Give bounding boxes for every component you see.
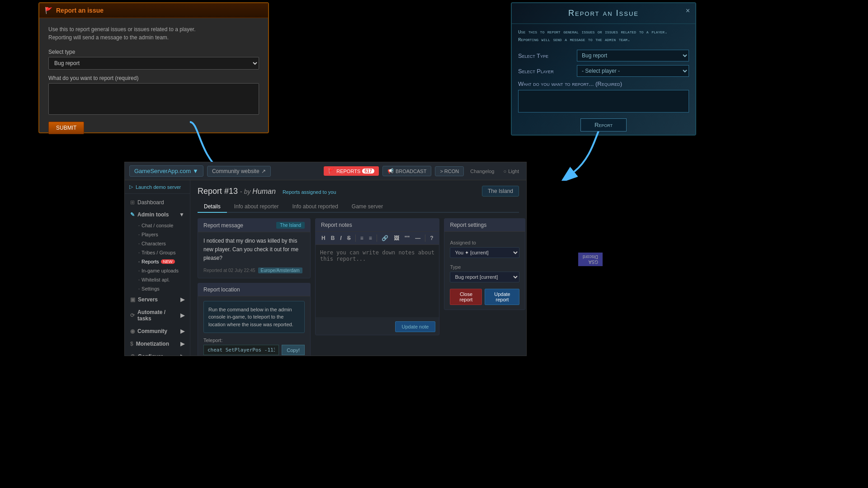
- close-report-button[interactable]: Close report: [450, 289, 482, 305]
- assigned-to-select[interactable]: You ✦ [current]: [450, 247, 519, 258]
- tab-details[interactable]: Details: [198, 201, 227, 213]
- admin-tools-arrow: ▼: [179, 211, 184, 218]
- sidebar-configure-header[interactable]: ⚙ Configure ▶: [125, 350, 190, 356]
- gsa-discord-tab[interactable]: GSA Discord: [578, 253, 603, 266]
- toolbar-quote-btn[interactable]: "": [402, 234, 412, 242]
- configure-icon: ⚙: [130, 353, 135, 356]
- sidebar-item-in-game-uploads[interactable]: · In-game uploads: [134, 266, 190, 275]
- reported-at-text: Reported at 02 July 22:45: [203, 268, 255, 273]
- toolbar-heading-btn[interactable]: H: [319, 234, 328, 242]
- sidebar-item-settings[interactable]: · Settings: [134, 284, 190, 293]
- sidebar-item-characters[interactable]: · Characters: [134, 239, 190, 248]
- reports-new-badge: NEW: [161, 259, 175, 264]
- report-title: Report #13 - by Human: [198, 187, 278, 196]
- sidebar-dashboard-label: Dashboard: [137, 199, 164, 206]
- settings-label: Settings: [142, 286, 160, 291]
- toolbar-italic-btn[interactable]: I: [338, 234, 344, 242]
- sidebar-item-reports[interactable]: · Reports NEW: [134, 257, 190, 266]
- admin-tools-label: Admin tools: [137, 211, 169, 218]
- right-report-textarea[interactable]: [518, 90, 689, 113]
- toolbar-ol-btn[interactable]: ≡: [367, 234, 374, 242]
- right-select-type-dropdown[interactable]: Bug report: [577, 50, 689, 61]
- external-link-icon: ↗: [261, 168, 266, 174]
- broadcast-label: BROADCAST: [396, 169, 426, 174]
- type-label: Type: [450, 264, 519, 270]
- reports-assigned-link[interactable]: Reports assigned to you: [283, 189, 336, 195]
- report-location-card: Report location Run the command below in…: [198, 283, 311, 356]
- tab-game-server[interactable]: Game server: [345, 201, 389, 213]
- broadcast-icon: 📢: [387, 168, 394, 174]
- tab-info-reporter[interactable]: Info about reporter: [228, 201, 285, 213]
- right-report-button[interactable]: Report: [580, 118, 627, 131]
- sidebar-servers-header[interactable]: ▣ Servers ▶: [125, 293, 190, 306]
- update-report-button[interactable]: Update report: [485, 289, 519, 305]
- servers-label: Servers: [138, 296, 158, 303]
- report-text-input[interactable]: [48, 83, 259, 115]
- changelog-link[interactable]: Changelog: [467, 169, 497, 174]
- select-type-dropdown[interactable]: Bug report: [48, 57, 259, 70]
- sidebar-automate-header[interactable]: ⟳ Automate / tasks ▶: [125, 306, 190, 325]
- right-select-player-label: Select Player: [518, 68, 577, 75]
- launch-demo-server-button[interactable]: ▷ Dashboard Launch demo server: [125, 180, 190, 194]
- timezone-badge: Europe/Amsterdam: [258, 267, 302, 273]
- sidebar-item-players[interactable]: · Players: [134, 230, 190, 239]
- tribes-bullet: ·: [138, 250, 140, 255]
- message-island-tag: The Island: [276, 222, 305, 229]
- report-notes-card: Report notes H B I S ≡ ≡ 🔗 🖼: [315, 218, 439, 335]
- report-location-title: Report location: [203, 286, 240, 293]
- right-popup-title: Report an Issue: [568, 9, 639, 18]
- community-website-link[interactable]: Community website ↗: [207, 166, 271, 177]
- teleport-command-input[interactable]: [203, 345, 279, 355]
- submit-button[interactable]: SUBMIT: [48, 122, 84, 134]
- sidebar-admin-tools-header[interactable]: ✎ Admin tools ▼: [125, 208, 190, 221]
- right-popup-close-button[interactable]: ×: [686, 7, 691, 15]
- sidebar-monetization-header[interactable]: $ Monetization ▶: [125, 338, 190, 350]
- copy-button[interactable]: Copy!: [282, 345, 305, 355]
- update-note-button[interactable]: Update note: [395, 321, 436, 332]
- light-toggle[interactable]: ○ Light: [500, 169, 522, 174]
- monetization-icon: $: [130, 341, 133, 347]
- automate-label: Automate / tasks: [137, 309, 178, 322]
- toolbar-image-btn[interactable]: 🖼: [392, 234, 401, 242]
- report-settings-title: Report settings: [450, 222, 486, 228]
- report-text-label: What do you want to report (required): [48, 75, 259, 81]
- configure-arrow: ▶: [180, 353, 184, 356]
- configure-label: Configure: [138, 353, 164, 356]
- left-popup-title: Report an issue: [56, 7, 104, 14]
- chat-console-bullet: ·: [138, 223, 140, 228]
- sidebar-item-tribes-groups[interactable]: · Tribes / Groups: [134, 248, 190, 257]
- reports-button[interactable]: 🚩 REPORTS 617: [324, 166, 379, 176]
- toolbar-ul-btn[interactable]: ≡: [358, 234, 366, 242]
- sidebar-item-chat-console[interactable]: · Chat / console: [134, 221, 190, 230]
- type-select[interactable]: Bug report [current]: [450, 272, 519, 282]
- toolbar-link-btn[interactable]: 🔗: [379, 234, 391, 242]
- reports-sidebar-label: Reports: [142, 259, 159, 264]
- uploads-label: In-game uploads: [142, 268, 179, 273]
- whitelist-label: Whitelist apl.: [142, 277, 170, 282]
- right-popup-desc: Use this to report general issues or iss…: [512, 24, 695, 48]
- toolbar-strikethrough-btn[interactable]: S: [345, 234, 353, 242]
- players-label: Players: [142, 232, 158, 237]
- monetization-arrow: ▶: [180, 341, 184, 347]
- broadcast-button[interactable]: 📢 BROADCAST: [382, 166, 431, 176]
- rcon-button[interactable]: > RCON: [435, 166, 464, 176]
- brand-dropdown[interactable]: GameServerApp.com ▼: [129, 165, 203, 177]
- toolbar-help-btn[interactable]: ?: [428, 234, 435, 242]
- location-instruction: Run the command below in the admin conso…: [203, 301, 305, 333]
- notes-toolbar: H B I S ≡ ≡ 🔗 🖼 "" —: [316, 232, 439, 245]
- right-select-player-dropdown[interactable]: - Select player -: [577, 65, 689, 77]
- report-tabs: Details Info about reporter Info about r…: [198, 201, 519, 213]
- players-bullet: ·: [138, 232, 140, 237]
- notes-textarea[interactable]: [316, 245, 439, 317]
- light-icon: ○: [503, 169, 506, 174]
- reports-label: REPORTS: [336, 169, 360, 174]
- sidebar-community-header[interactable]: ◉ Community ▶: [125, 325, 190, 338]
- tribes-label: Tribes / Groups: [142, 250, 175, 255]
- toolbar-bold-btn[interactable]: B: [329, 234, 337, 242]
- toolbar-hr-btn[interactable]: —: [413, 234, 423, 242]
- sidebar-item-dashboard[interactable]: ⊞ Dashboard: [125, 197, 190, 208]
- tab-info-reported[interactable]: Info about reported: [286, 201, 344, 213]
- servers-arrow: ▶: [180, 296, 184, 303]
- chat-console-label: Chat / console: [142, 223, 173, 228]
- sidebar-item-whitelist[interactable]: · Whitelist apl.: [134, 275, 190, 284]
